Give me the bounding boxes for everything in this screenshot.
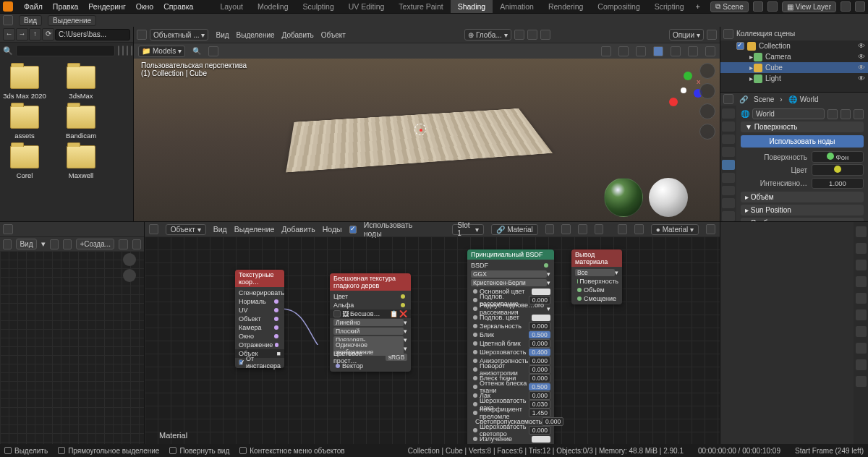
ne-slot-select[interactable]: Slot 1▾ — [452, 224, 484, 235]
img-uv-icon[interactable] — [50, 239, 59, 249]
vp-pivot-dropdown[interactable]: 📁Models▾ — [138, 46, 185, 57]
section-head[interactable]: ▸ Sun Position — [741, 205, 864, 215]
rp-tab-view[interactable] — [856, 260, 867, 270]
folder-item[interactable]: 3ds Max 2020 — [3, 66, 46, 100]
fb-search-input[interactable] — [16, 45, 115, 56]
node-socket-out[interactable]: Окно — [235, 332, 284, 341]
fb-view-menu[interactable]: Вид — [19, 15, 42, 26]
node-dropdown[interactable]: Плоский▾ — [330, 327, 411, 336]
node-socket-in[interactable]: Поверхность — [571, 277, 622, 286]
eye-icon[interactable]: 👁 — [858, 53, 865, 61]
tab-particle[interactable] — [722, 198, 735, 208]
vp-mode-selector[interactable]: Объектный ...▾ — [150, 29, 208, 40]
world-new-icon[interactable] — [827, 109, 838, 119]
fb-back-button[interactable]: ← — [3, 28, 15, 40]
outliner-item[interactable]: ▸Cube👁 — [720, 62, 868, 73]
img-add-button[interactable]: +Созда... — [76, 239, 114, 249]
vp-menu-выделение[interactable]: Выделение — [237, 31, 275, 39]
eye-icon[interactable]: 👁 — [858, 42, 865, 50]
rp-tab-opt[interactable] — [856, 293, 867, 304]
rp-tab-x5[interactable] — [856, 376, 867, 387]
menu-справка[interactable]: Справка — [158, 0, 198, 13]
vp-menu-объект[interactable]: Объект — [321, 31, 346, 39]
node-socket-out[interactable]: Альфа — [330, 301, 411, 309]
node-image-texture[interactable]: Бесшовная текстура гладкого дерев ЦветАл… — [330, 273, 411, 372]
world-copy-icon[interactable] — [841, 109, 851, 119]
vp-shading-matprev-icon[interactable] — [688, 46, 698, 56]
node-socket-in[interactable]: Излучение — [467, 435, 554, 443]
node-dropdown[interactable]: Линейно▾ — [330, 318, 411, 327]
scene-new-icon[interactable] — [753, 1, 763, 12]
3d-viewport[interactable]: Объектный ...▾ ВидВыделениеДобавитьОбъек… — [134, 27, 720, 221]
ne-material-field[interactable]: 🔗Material — [491, 224, 538, 235]
scene-selector[interactable]: ⧉Scene — [710, 1, 748, 12]
img-slot-icon[interactable] — [132, 239, 141, 249]
folder-item[interactable]: assets — [3, 106, 46, 140]
menu-файл[interactable]: Файл — [19, 0, 48, 13]
vp-snap-icon[interactable] — [527, 30, 537, 40]
vp-tool1-icon[interactable] — [208, 46, 218, 56]
node-material-output[interactable]: Вывод материала Все▾ПоверхностьОбъёмСмещ… — [571, 249, 622, 304]
rp-tab-node[interactable] — [856, 276, 867, 287]
ne-region-icon[interactable] — [706, 224, 715, 234]
props-world-crumb[interactable]: World — [800, 95, 819, 103]
workspace-tab-scripting[interactable]: Scripting — [647, 0, 692, 13]
eye-icon[interactable]: 👁 — [858, 74, 865, 82]
surface-value[interactable]: Фон — [812, 151, 864, 163]
node-socket-in[interactable]: Зеркальность0.000 — [467, 322, 554, 330]
node-texture-coordinate[interactable]: Текстурные коор… СгенерироватьНормальUVО… — [235, 270, 284, 368]
vp-xray-icon[interactable] — [636, 46, 646, 56]
node-socket-out[interactable]: BSDF — [467, 261, 554, 270]
tab-world[interactable] — [722, 160, 735, 170]
section-head[interactable]: ▸ Отображение во вьюпорте — [741, 218, 864, 221]
tab-viewlayer[interactable] — [722, 134, 735, 145]
ne-menu-ноды[interactable]: Ноды — [323, 225, 342, 234]
img-pan-icon[interactable] — [123, 269, 136, 282]
world-name-field[interactable]: World — [752, 108, 825, 119]
rp-tab-x1[interactable] — [856, 309, 867, 320]
scene-del-icon[interactable] — [767, 1, 778, 12]
workspace-tab-sculpting[interactable]: Sculpting — [296, 0, 341, 13]
color-value[interactable] — [812, 164, 864, 176]
node-socket-out[interactable]: UV — [235, 306, 284, 315]
use-nodes-button[interactable]: Использовать ноды — [741, 135, 864, 148]
ne-copy-icon[interactable] — [578, 224, 587, 234]
rp-tab-x2[interactable] — [856, 326, 867, 337]
node-socket-out[interactable]: Камера — [235, 323, 284, 332]
fb-sort-icon[interactable] — [122, 46, 124, 56]
outliner-editor-icon[interactable] — [723, 29, 733, 39]
tab-physics[interactable] — [722, 211, 735, 221]
nav-gizmo[interactable]: X — [665, 72, 701, 108]
node-socket-out[interactable]: Сгенерировать — [235, 289, 284, 297]
node-socket-in[interactable]: Шероховатость светопро0.000 — [467, 426, 554, 435]
section-head[interactable]: ▸ Объём — [741, 192, 864, 202]
ne-editor-icon[interactable] — [149, 224, 158, 234]
node-socket-in[interactable]: Радиус подпове…ого рассеивания▾ — [467, 304, 554, 313]
vp-menu-вид[interactable]: Вид — [216, 31, 229, 39]
node-socket-in[interactable]: Подпов. цвет — [467, 313, 554, 322]
rp-tab-x3[interactable] — [856, 343, 867, 354]
fb-filter-icon[interactable] — [127, 46, 128, 56]
vp-editor-icon[interactable] — [137, 30, 147, 40]
tab-modifier[interactable] — [722, 186, 735, 196]
vp-pan-icon[interactable] — [699, 83, 715, 99]
menu-окно[interactable]: Окно — [131, 0, 158, 13]
workspace-tab-animation[interactable]: Animation — [493, 0, 541, 13]
ne-material-dd[interactable]: ●Material▾ — [651, 224, 699, 235]
section-surface[interactable]: ▼ Поверхность — [741, 121, 864, 132]
node-socket-out[interactable]: Цвет — [330, 292, 411, 301]
vp-overlay-icon[interactable] — [618, 46, 629, 56]
rp-tab-x4[interactable] — [856, 359, 867, 370]
node-dropdown[interactable]: Кристенсен-Берли▾ — [467, 278, 554, 287]
workspace-tab-compositing[interactable]: Compositing — [590, 0, 647, 13]
vp-region-icon[interactable] — [707, 30, 717, 40]
workspace-tab-shading[interactable]: Shading — [451, 0, 493, 13]
workspace-tab-uv editing[interactable]: UV Editing — [341, 0, 392, 13]
tab-scene[interactable] — [722, 147, 735, 157]
props-scene-crumb[interactable]: Scene — [754, 95, 774, 103]
img-open-icon[interactable] — [119, 239, 127, 249]
img-zoom-in-icon[interactable] — [123, 253, 136, 266]
folder-item[interactable]: 3dsMax — [59, 66, 103, 100]
node-socket-out[interactable]: Нормаль — [235, 297, 284, 306]
strength-value[interactable]: 1.000 — [812, 178, 864, 189]
